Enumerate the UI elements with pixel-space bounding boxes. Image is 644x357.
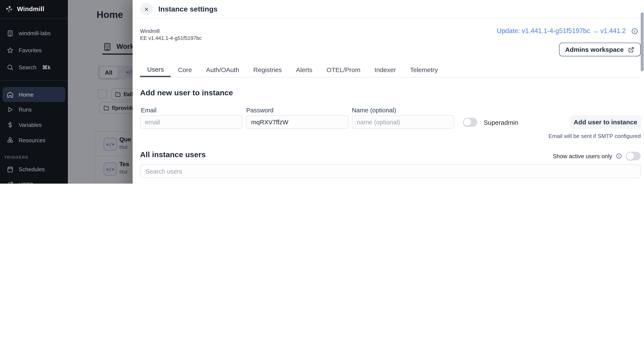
sidebar-item-http[interactable]: HTTP [0, 177, 68, 184]
sidebar-primary-nav: windmill-labsFavoritesSearch⌘k [0, 25, 68, 76]
sidebar-item-runs[interactable]: Runs [0, 102, 68, 117]
sidebar-divider [0, 80, 68, 81]
password-label: Password [246, 106, 274, 114]
route-icon [6, 181, 14, 184]
info-icon[interactable] [631, 28, 638, 34]
search-icon [6, 64, 14, 71]
password-field[interactable] [246, 115, 348, 129]
instance-name: Windmill [140, 28, 202, 35]
modal-overlay[interactable] [68, 0, 133, 184]
external-link-icon [628, 46, 634, 53]
email-field[interactable] [140, 115, 242, 129]
all-users-heading: All instance users [140, 150, 206, 159]
sidebar-item-label: Runs [18, 106, 32, 112]
sidebar-item-search[interactable]: Search⌘k [0, 59, 68, 76]
sidebar-triggers-nav: SchedulesHTTP [0, 162, 68, 184]
instance-meta: Windmill EE v1.441.1-4-g51f5197bc [140, 28, 202, 42]
sidebar-item-label: Home [18, 92, 34, 98]
tab-users[interactable]: Users [140, 63, 171, 77]
settings-tabs: UsersCoreAuth/OAuthRegistriesAlertsOTEL/… [140, 63, 641, 78]
triggers-section-label: TRIGGERS [4, 155, 28, 160]
search-users-input[interactable] [140, 164, 641, 178]
tab-telemetry[interactable]: Telemetry [403, 63, 445, 77]
sidebar-item-resources[interactable]: Resources [0, 133, 68, 148]
sidebar-item-label: Favorites [18, 47, 42, 54]
update-link[interactable]: Update: v1.441.1-4-g51f5197bc → v1.441.2 [497, 27, 626, 35]
sidebar-item-favorites[interactable]: Favorites [0, 42, 68, 59]
sidebar-item-label: HTTP [18, 182, 33, 184]
tab-core[interactable]: Core [171, 63, 199, 77]
home-icon [6, 91, 14, 98]
superadmin-label: Superadmin [484, 119, 518, 126]
drawer-header: Instance settings [133, 0, 644, 18]
add-user-button[interactable]: Add user to instance [570, 115, 641, 129]
info-icon[interactable] [616, 153, 622, 159]
close-button[interactable] [140, 3, 152, 15]
instance-version: EE v1.441.1-4-g51f5197bc [140, 35, 202, 42]
sidebar-main-nav: HomeRunsVariablesResources [0, 87, 68, 148]
sidebar-item-variables[interactable]: Variables [0, 117, 68, 133]
sidebar-item-workspace[interactable]: windmill-labs [0, 25, 68, 42]
sidebar-divider [0, 18, 68, 19]
app-logo[interactable]: Windmill [0, 0, 68, 18]
sidebar-item-label: Resources [18, 137, 45, 143]
smtp-note: Email will be sent if SMTP configured [548, 133, 641, 139]
tab-indexer[interactable]: Indexer [368, 63, 403, 77]
app-title: Windmill [17, 5, 44, 13]
building-icon [6, 30, 14, 37]
play-icon [6, 106, 14, 113]
tab-otel-prom[interactable]: OTEL/Prom [320, 63, 368, 77]
windmill-logo-icon [5, 5, 13, 13]
drawer-title: Instance settings [158, 5, 218, 14]
sidebar-item-label: Variables [18, 122, 41, 128]
instance-settings-drawer: Instance settings Windmill EE v1.441.1-4… [133, 0, 644, 184]
active-filter-label: Show active users only [553, 153, 612, 159]
active-users-toggle[interactable] [626, 152, 641, 160]
sidebar-item-schedules[interactable]: Schedules [0, 162, 68, 177]
name-field[interactable] [352, 115, 454, 129]
superadmin-toggle[interactable] [463, 118, 478, 127]
email-label: Email [141, 106, 156, 114]
tab-auth-oauth[interactable]: Auth/OAuth [199, 63, 246, 77]
toggle-knob [626, 152, 634, 160]
dollar-icon [6, 121, 14, 128]
sidebar-item-label: Schedules [18, 166, 45, 172]
sidebar-item-label: windmill-labs [18, 30, 50, 36]
sidebar-item-home[interactable]: Home [2, 87, 66, 102]
active-users-filter: Show active users only [553, 152, 640, 160]
admins-workspace-label: Admins workspace [565, 46, 624, 53]
name-label: Name (optional) [352, 106, 396, 114]
sidebar: Windmill windmill-labsFavoritesSearch⌘k … [0, 0, 68, 184]
cubes-icon [6, 137, 14, 144]
close-icon [144, 6, 149, 12]
update-row: Update: v1.441.1-4-g51f5197bc → v1.441.2 [497, 27, 638, 35]
tab-registries[interactable]: Registries [246, 63, 289, 77]
sidebar-item-label: Search [18, 64, 36, 70]
toggle-knob [464, 118, 471, 126]
tab-alerts[interactable]: Alerts [289, 63, 320, 77]
admins-workspace-button[interactable]: Admins workspace [559, 43, 640, 56]
screen: Windmill windmill-labsFavoritesSearch⌘k … [0, 0, 644, 184]
scrollbar-thumb[interactable] [640, 12, 644, 71]
add-user-heading: Add new user to instance [140, 88, 233, 98]
star-icon [6, 47, 14, 54]
shortcut-badge: ⌘k [42, 64, 50, 70]
calendar-icon [6, 166, 14, 173]
